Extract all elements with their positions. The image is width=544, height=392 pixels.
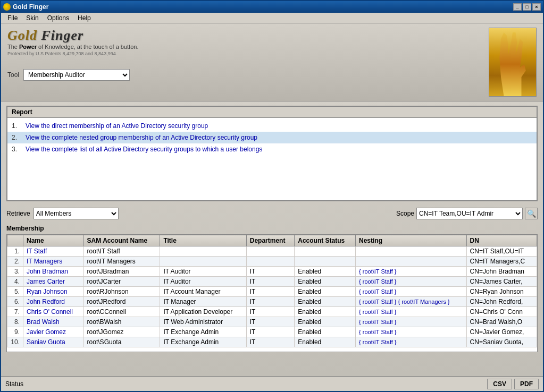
app-subtitle: The Power of Knowledge, at the touch of … (7, 44, 489, 50)
col-status: Account Status (295, 235, 356, 246)
col-dn: DN (466, 235, 537, 246)
cell-sam: root\RJohnson (83, 287, 160, 297)
cell-sam: root\JBradman (83, 267, 160, 277)
cell-dept: IT (246, 327, 295, 337)
retrieve-select[interactable]: All Members Direct Members Only Nested M… (34, 208, 119, 219)
search-icon: 🔍 (527, 209, 536, 218)
title-bar-buttons: _ □ × (513, 3, 541, 11)
report-text-1: View the direct membership of an Active … (26, 122, 208, 130)
cell-status (295, 257, 356, 267)
cell-dept (246, 246, 295, 257)
col-sam: SAM Account Name (83, 235, 160, 246)
cell-dn: CN=Brad Walsh,O (466, 317, 537, 327)
col-num (7, 235, 23, 246)
header-main: Gold Finger The Power of Knowledge, at t… (7, 28, 489, 81)
title-finger: Finger (37, 28, 83, 43)
table-row[interactable]: 4. James Carter root\JCarter IT Auditor … (7, 277, 537, 287)
close-button[interactable]: × (532, 3, 541, 11)
cell-status: Enabled (295, 337, 356, 347)
cell-status: Enabled (295, 277, 356, 287)
col-dept: Department (246, 235, 295, 246)
app-title: Gold Finger (7, 28, 489, 44)
membership-label: Membership (6, 225, 538, 232)
report-num-2: 2. (12, 134, 22, 141)
csv-button[interactable]: CSV (487, 379, 512, 389)
cell-num: 4. (7, 277, 23, 287)
cell-sam: root\SGuota (83, 337, 160, 347)
report-num-1: 1. (12, 122, 22, 130)
maximize-button[interactable]: □ (523, 3, 531, 11)
report-section: Report 1. View the direct membership of … (6, 106, 538, 201)
cell-title: IT Manager (160, 297, 246, 307)
cell-name: IT Staff (23, 246, 84, 257)
cell-dn: CN=IT Staff,OU=IT (466, 246, 537, 257)
cell-nesting: { root\IT Staff } (356, 317, 467, 327)
cell-dept: IT (246, 337, 295, 347)
table-row[interactable]: 8. Brad Walsh root\BWalsh IT Web Adminis… (7, 317, 537, 327)
cell-num: 7. (7, 307, 23, 317)
cell-num: 3. (7, 267, 23, 277)
cell-dn: CN=Ryan Johnson (466, 287, 537, 297)
retrieve-section: Retrieve All Members Direct Members Only… (6, 208, 119, 219)
minimize-button[interactable]: _ (513, 3, 522, 11)
tool-select[interactable]: Membership Auditor User Auditor Computer… (23, 69, 130, 81)
menu-file[interactable]: File (3, 13, 22, 23)
table-row[interactable]: 6. John Redford root\JRedford IT Manager… (7, 297, 537, 307)
cell-sam: root\JGomez (83, 327, 160, 337)
cell-dept: IT (246, 297, 295, 307)
report-item-1[interactable]: 1. View the direct membership of an Acti… (7, 120, 537, 132)
cell-dn: CN=James Carter, (466, 277, 537, 287)
cell-dept (246, 257, 295, 267)
menu-skin[interactable]: Skin (22, 13, 43, 23)
cell-status: Enabled (295, 327, 356, 337)
table-row[interactable]: 9. Javier Gomez root\JGomez IT Exchange … (7, 327, 537, 337)
cell-title: IT Application Developer (160, 307, 246, 317)
cell-dn: CN=John Bradman (466, 267, 537, 277)
scope-select[interactable]: CN=IT Team,OU=IT Admir (416, 208, 523, 219)
table-row[interactable]: 3. John Bradman root\JBradman IT Auditor… (7, 267, 537, 277)
table-row[interactable]: 1. IT Staff root\IT Staff CN=IT Staff,OU… (7, 246, 537, 257)
menu-bar: File Skin Options Help (1, 13, 543, 23)
pdf-button[interactable]: PDF (514, 379, 539, 389)
cell-num: 6. (7, 297, 23, 307)
col-title: Title (160, 235, 246, 246)
cell-dept: IT (246, 267, 295, 277)
cell-status (295, 246, 356, 257)
cell-name: Ryan Johnson (23, 287, 84, 297)
cell-name: James Carter (23, 277, 84, 287)
report-header: Report (7, 107, 537, 118)
cell-dn: CN=IT Managers,C (466, 257, 537, 267)
cell-dept: IT (246, 277, 295, 287)
table-row[interactable]: 2. IT Managers root\IT Managers CN=IT Ma… (7, 257, 537, 267)
cell-num: 9. (7, 327, 23, 337)
cell-nesting (356, 246, 467, 257)
cell-title: IT Exchange Admin (160, 337, 246, 347)
goldfinger-image-inner (489, 28, 536, 96)
table-row[interactable]: 7. Chris O' Connell root\CConnell IT App… (7, 307, 537, 317)
cell-num: 8. (7, 317, 23, 327)
report-area: Report 1. View the direct membership of … (6, 106, 538, 201)
report-item-3[interactable]: 3. View the complete list of all Active … (7, 143, 537, 155)
report-item-2[interactable]: 2. View the complete nested group member… (7, 132, 537, 143)
search-button[interactable]: 🔍 (525, 208, 538, 219)
cell-nesting: { root\IT Staff } (356, 277, 467, 287)
cell-num: 1. (7, 246, 23, 257)
cell-nesting: { root\IT Staff } (356, 267, 467, 277)
menu-options[interactable]: Options (43, 13, 73, 23)
cell-sam: root\JCarter (83, 277, 160, 287)
status-bar: Status CSV PDF (1, 376, 543, 391)
cell-num: 2. (7, 257, 23, 267)
cell-sam: root\JRedford (83, 297, 160, 307)
table-scroll[interactable]: Name SAM Account Name Title Department A… (7, 235, 537, 352)
cell-dept: IT (246, 287, 295, 297)
cell-status: Enabled (295, 307, 356, 317)
menu-help[interactable]: Help (73, 13, 95, 23)
controls-row: Retrieve All Members Direct Members Only… (6, 206, 538, 221)
cell-nesting: { root\IT Staff } (356, 307, 467, 317)
cell-status: Enabled (295, 267, 356, 277)
app-header: Gold Finger The Power of Knowledge, at t… (1, 23, 543, 101)
cell-dept: IT (246, 307, 295, 317)
status-buttons: CSV PDF (487, 379, 539, 389)
table-row[interactable]: 10. Saniav Guota root\SGuota IT Exchange… (7, 337, 537, 347)
table-row[interactable]: 5. Ryan Johnson root\RJohnson IT Account… (7, 287, 537, 297)
